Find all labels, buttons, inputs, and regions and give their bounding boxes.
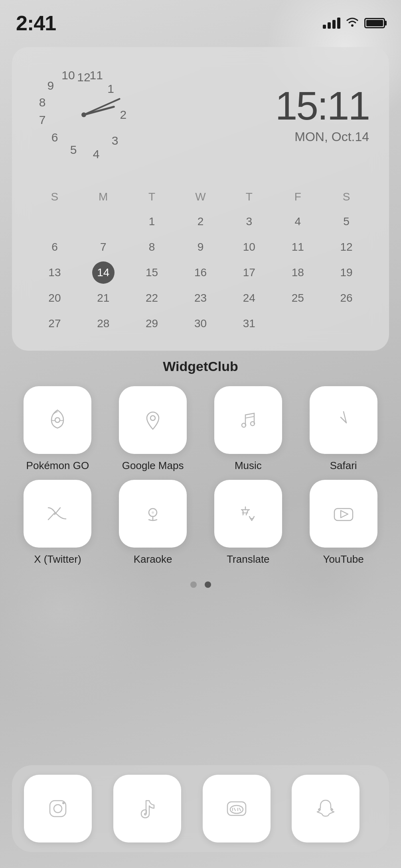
- music-icon[interactable]: [214, 386, 282, 454]
- x-twitter-icon[interactable]: [24, 480, 91, 548]
- youtube-label: YouTube: [323, 553, 364, 566]
- cal-day-empty3: [286, 312, 309, 335]
- app-item-music[interactable]: Music: [203, 386, 294, 472]
- instagram-icon-svg: [44, 795, 72, 823]
- karaoke-label: Karaoke: [134, 553, 172, 566]
- cal-day-27: 27: [43, 312, 66, 335]
- clock-num-4: 4: [93, 147, 100, 161]
- battery-icon: [364, 18, 385, 28]
- app-item-x-twitter[interactable]: X (Twitter): [12, 480, 103, 566]
- safari-icon[interactable]: [310, 386, 377, 454]
- status-bar: 2:41: [0, 0, 401, 39]
- cal-day-21: 21: [92, 287, 115, 309]
- cal-day-22: 22: [141, 287, 163, 309]
- youtube-icon-svg: [330, 500, 358, 528]
- x-twitter-icon-svg: [43, 500, 71, 528]
- app-item-translate[interactable]: Translate: [203, 480, 294, 566]
- folder-label: WidgetClub: [12, 359, 389, 374]
- cal-day-11: 11: [286, 236, 309, 258]
- youtube-icon[interactable]: [310, 480, 377, 548]
- clock-num-6: 6: [51, 131, 58, 144]
- app-item-youtube[interactable]: YouTube: [298, 480, 389, 566]
- clock-num-10: 10: [61, 69, 75, 82]
- karaoke-icon-svg: [139, 500, 167, 528]
- clock-num-8: 8: [39, 96, 46, 109]
- cal-header-s1: S: [32, 187, 77, 207]
- app-item-karaoke[interactable]: Karaoke: [107, 480, 199, 566]
- svg-line-25: [239, 808, 241, 811]
- cal-day-26: 26: [335, 287, 358, 309]
- svg-point-19: [62, 802, 65, 804]
- cal-header-w: W: [178, 187, 223, 207]
- cal-day-empty4: [335, 312, 358, 335]
- cal-day-empty1: [43, 210, 66, 233]
- cal-day-31: 31: [238, 312, 260, 335]
- digital-time: 15:11: [275, 86, 369, 126]
- cal-day-20: 20: [43, 287, 66, 309]
- cal-day-23: 23: [189, 287, 211, 309]
- svg-point-0: [351, 24, 354, 27]
- clock-num-11: 11: [90, 69, 103, 82]
- karaoke-icon[interactable]: [119, 480, 187, 548]
- digital-date: MON, Oct.14: [275, 130, 369, 144]
- status-time: 2:41: [16, 11, 56, 35]
- svg-point-2: [150, 416, 155, 420]
- cal-day-25: 25: [286, 287, 309, 309]
- svg-marker-16: [341, 511, 348, 518]
- svg-line-23: [234, 808, 235, 811]
- line-icon-svg: [223, 795, 251, 823]
- dock-instagram-icon[interactable]: [24, 775, 92, 842]
- safari-label: Safari: [330, 460, 357, 472]
- cal-day-19: 19: [335, 261, 358, 284]
- cal-header-f: F: [275, 187, 320, 207]
- pokemon-go-label: Pokémon GO: [26, 460, 89, 472]
- svg-line-5: [245, 416, 254, 418]
- wifi-icon: [345, 16, 360, 30]
- svg-point-18: [54, 805, 62, 813]
- calendar-section: S M T W T F S 1 2 3 4 5 6 7 8 9 10 11 12…: [32, 187, 369, 335]
- clock-num-5: 5: [70, 143, 77, 157]
- tiktok-icon-svg: [133, 795, 161, 823]
- cal-header-t1: T: [129, 187, 175, 207]
- minute-hand: [83, 98, 120, 115]
- google-maps-icon-svg: [139, 406, 167, 434]
- app-item-google-maps[interactable]: Google Maps: [107, 386, 199, 472]
- analog-clock: 12 1 2 3 4 5 6 7 8 9 10 11: [32, 63, 136, 167]
- cal-day-30: 30: [189, 312, 211, 335]
- cal-day-12: 12: [335, 236, 358, 258]
- pokemon-go-icon-svg: [43, 406, 71, 434]
- dock-line-icon[interactable]: [203, 775, 271, 842]
- google-maps-icon[interactable]: [119, 386, 187, 454]
- music-label: Music: [235, 460, 262, 472]
- cal-day-5: 5: [335, 210, 358, 233]
- dock-snapchat-icon[interactable]: [292, 775, 360, 842]
- app-item-pokemon-go[interactable]: Pokémon GO: [12, 386, 103, 472]
- cal-day-13: 13: [43, 261, 66, 284]
- x-twitter-label: X (Twitter): [34, 553, 81, 566]
- snapchat-icon-svg: [312, 795, 340, 823]
- clock-section: 12 1 2 3 4 5 6 7 8 9 10 11 15:11 MON, Oc…: [32, 63, 369, 167]
- cal-day-15: 15: [141, 261, 163, 284]
- clock-num-9: 9: [47, 79, 54, 92]
- cal-day-29: 29: [141, 312, 163, 335]
- cal-header-t2: T: [226, 187, 272, 207]
- cal-day-18: 18: [286, 261, 309, 284]
- app-item-safari[interactable]: Safari: [298, 386, 389, 472]
- cal-day-17: 17: [238, 261, 260, 284]
- google-maps-label: Google Maps: [122, 460, 184, 472]
- cal-day-24: 24: [238, 287, 260, 309]
- cal-day-14-today: 14: [92, 261, 115, 284]
- translate-icon[interactable]: [214, 480, 282, 548]
- clock-num-3: 3: [112, 134, 119, 147]
- clock-num-1: 1: [107, 82, 114, 96]
- status-icons: [323, 16, 385, 30]
- cal-day-6: 6: [43, 236, 66, 258]
- safari-icon-svg: [330, 406, 358, 434]
- cal-day-empty2: [92, 210, 115, 233]
- pokemon-go-icon[interactable]: [24, 386, 91, 454]
- clock-calendar-widget[interactable]: 12 1 2 3 4 5 6 7 8 9 10 11 15:11 MON, Oc…: [12, 47, 389, 351]
- cal-day-3: 3: [238, 210, 260, 233]
- dot-2-active[interactable]: [205, 581, 211, 588]
- dock-tiktok-icon[interactable]: [113, 775, 181, 842]
- dot-1[interactable]: [190, 581, 197, 588]
